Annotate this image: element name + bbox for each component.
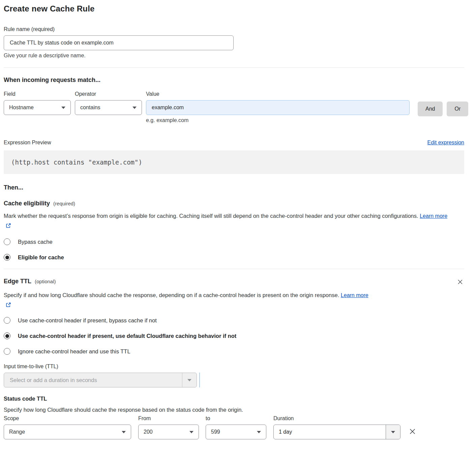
value-helper: e.g. example.com <box>146 117 410 123</box>
duration-select[interactable]: 1 day <box>273 425 400 439</box>
ttl-duration-placeholder: Select or add a duration in seconds <box>4 373 182 387</box>
edit-expression-link[interactable]: Edit expression <box>427 140 464 146</box>
edge-ttl-description: Specify if and how long Cloudflare shoul… <box>4 290 375 310</box>
operator-column: Operator contains <box>75 91 142 115</box>
divider <box>4 269 464 269</box>
to-label: to <box>206 415 273 422</box>
scope-select[interactable]: Range <box>4 425 131 439</box>
radio-label: Use cache-control header if present, byp… <box>18 317 157 324</box>
status-code-ttl-heading: Status code TTL <box>4 396 464 402</box>
match-heading: When incoming requests match... <box>4 77 464 84</box>
operator-select[interactable]: contains <box>75 100 142 115</box>
ttl-duration-select[interactable]: Select or add a duration in seconds <box>4 373 197 387</box>
status-code-ttl-description: Specify how long Cloudflare should cache… <box>4 407 464 413</box>
radio-label: Eligible for cache <box>18 254 64 261</box>
field-select[interactable]: Hostname <box>4 100 71 115</box>
from-select[interactable]: 200 <box>138 425 199 439</box>
or-button[interactable]: Or <box>447 102 468 116</box>
expression-preview-label: Expression Preview <box>4 140 51 146</box>
chevron-down-icon <box>132 107 137 109</box>
delete-row-icon[interactable] <box>408 427 417 437</box>
ttl-dropdown-button[interactable] <box>182 373 197 387</box>
radio-ignore-header[interactable]: Ignore cache-control header and use this… <box>4 348 464 355</box>
radio-eligible-for-cache[interactable]: Eligible for cache <box>4 254 464 261</box>
status-code-ttl-row: Range 200 599 1 day <box>4 425 464 439</box>
close-icon[interactable] <box>456 278 464 287</box>
field-label: Field <box>4 91 71 97</box>
cache-eligibility-description-text: Mark whether the request’s response from… <box>4 213 418 219</box>
radio-use-header-default[interactable]: Use cache-control header if present, use… <box>4 332 464 339</box>
then-heading: Then... <box>4 184 464 191</box>
rule-name-input[interactable] <box>4 35 234 50</box>
field-select-value: Hostname <box>9 105 34 111</box>
duration-select-value: 1 day <box>274 425 386 439</box>
value-input[interactable] <box>146 100 410 115</box>
and-button[interactable]: And <box>418 102 443 116</box>
chevron-down-icon <box>122 431 126 433</box>
divider <box>4 67 464 68</box>
chevron-down-icon <box>391 431 395 433</box>
duration-dropdown-button[interactable] <box>386 425 400 439</box>
radio-label: Bypass cache <box>18 239 53 245</box>
radio-icon <box>4 348 10 355</box>
value-column: Value e.g. example.com <box>146 91 410 123</box>
learn-more-link[interactable]: Learn more <box>420 213 447 219</box>
external-link-icon <box>6 223 11 228</box>
rule-name-helper: Give your rule a descriptive name. <box>4 53 464 59</box>
radio-icon <box>4 238 10 245</box>
cache-eligibility-heading: Cache eligibility <box>4 200 50 207</box>
optional-tag: (optional) <box>35 279 56 284</box>
to-select-value: 599 <box>211 429 220 435</box>
from-label: From <box>138 415 206 422</box>
radio-label: Use cache-control header if present, use… <box>18 333 236 339</box>
field-column: Field Hostname <box>4 91 71 115</box>
expression-code: (http.host contains "example.com") <box>4 150 464 174</box>
ttl-input-label: Input time-to-live (TTL) <box>4 364 464 370</box>
learn-more-link[interactable]: Learn more <box>341 292 368 298</box>
from-select-value: 200 <box>144 429 153 435</box>
edge-ttl-heading: Edge TTL <box>4 278 31 285</box>
to-select[interactable]: 599 <box>206 425 266 439</box>
operator-label: Operator <box>75 91 142 97</box>
radio-label: Ignore cache-control header and use this… <box>18 348 130 355</box>
value-label: Value <box>146 91 410 97</box>
radio-icon <box>4 317 10 324</box>
edge-ttl-description-text: Specify if and how long Cloudflare shoul… <box>4 292 339 298</box>
chevron-down-icon <box>61 107 65 109</box>
cache-eligibility-description: Mark whether the request’s response from… <box>4 211 454 230</box>
page-title: Create new Cache Rule <box>4 4 464 13</box>
chevron-down-icon <box>257 431 261 433</box>
radio-use-header-bypass[interactable]: Use cache-control header if present, byp… <box>4 317 464 324</box>
rule-name-label: Rule name (required) <box>4 26 464 32</box>
text-cursor <box>199 373 200 387</box>
match-row: Field Hostname Operator contains Value e… <box>4 91 464 123</box>
chevron-down-icon <box>187 379 191 381</box>
radio-bypass-cache[interactable]: Bypass cache <box>4 238 464 245</box>
chevron-down-icon <box>189 431 194 433</box>
operator-select-value: contains <box>80 105 100 111</box>
scope-label: Scope <box>4 415 138 422</box>
external-link-icon <box>6 302 11 308</box>
and-or-buttons: And Or <box>414 91 468 116</box>
radio-selected-icon <box>4 254 10 261</box>
duration-label: Duration <box>273 415 294 422</box>
scope-select-value: Range <box>9 429 25 435</box>
radio-selected-icon <box>4 332 10 339</box>
required-tag: (required) <box>53 201 75 206</box>
